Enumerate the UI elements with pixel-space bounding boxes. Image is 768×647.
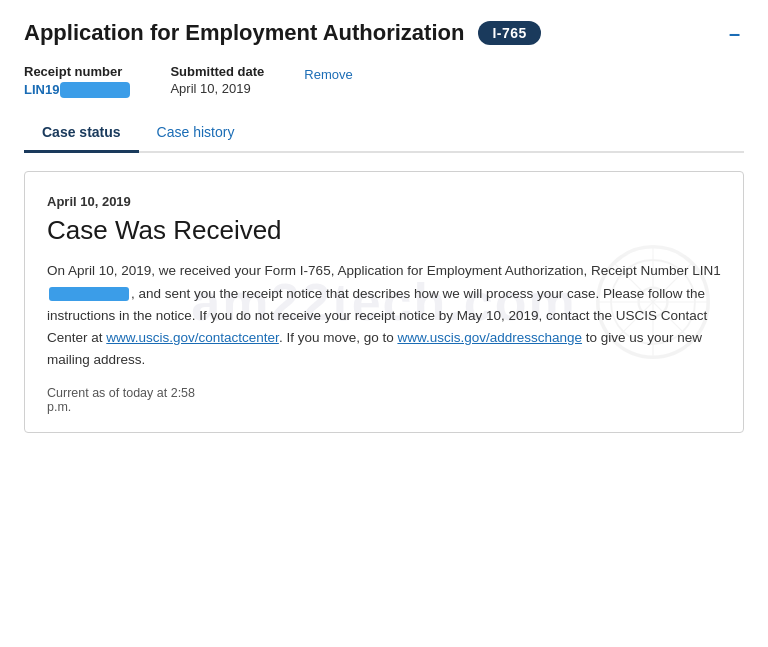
- tabs-row: Case status Case history: [24, 114, 744, 153]
- form-badge: I-765: [478, 21, 540, 45]
- header-left: Application for Employment Authorization…: [24, 20, 541, 46]
- receipt-label: Receipt number: [24, 64, 130, 79]
- minimize-button[interactable]: –: [725, 23, 744, 43]
- submitted-date-block: Submitted date April 10, 2019: [170, 64, 264, 96]
- current-as-of-line1: Current as of today at 2:58: [47, 386, 195, 400]
- main-container: Application for Employment Authorization…: [0, 0, 768, 453]
- current-as-of-line2: p.m.: [47, 400, 71, 414]
- header-row: Application for Employment Authorization…: [24, 20, 744, 46]
- body-text-1: On April 10, 2019, we received your Form…: [47, 263, 721, 278]
- status-card: am22tech.com April 10, 2019 Case Was Rec…: [24, 171, 744, 432]
- submitted-label: Submitted date: [170, 64, 264, 79]
- remove-link[interactable]: Remove: [304, 63, 352, 82]
- body-text-3: . If you move, go to: [279, 330, 398, 345]
- current-as-of: Current as of today at 2:58 p.m.: [47, 386, 721, 414]
- remove-block: Remove: [304, 64, 352, 82]
- status-body: On April 10, 2019, we received your Form…: [47, 260, 721, 371]
- status-card-inner: April 10, 2019 Case Was Received On Apri…: [47, 194, 721, 413]
- receipt-number-block: Receipt number LIN19: [24, 64, 130, 98]
- uscis-address-link[interactable]: www.uscis.gov/addresschange: [397, 330, 582, 345]
- receipt-number-value: LIN19: [24, 81, 130, 98]
- uscis-contact-link[interactable]: www.uscis.gov/contactcenter: [106, 330, 279, 345]
- meta-row: Receipt number LIN19 Submitted date Apri…: [24, 64, 744, 98]
- tab-case-status[interactable]: Case status: [24, 114, 139, 153]
- page-title: Application for Employment Authorization: [24, 20, 464, 46]
- submitted-value: April 10, 2019: [170, 81, 264, 96]
- tab-case-history[interactable]: Case history: [139, 114, 253, 153]
- status-date: April 10, 2019: [47, 194, 721, 209]
- receipt-redacted-bar: [60, 82, 130, 98]
- receipt-redacted-inline: [49, 287, 129, 301]
- status-title: Case Was Received: [47, 215, 721, 246]
- receipt-prefix: LIN19: [24, 82, 59, 97]
